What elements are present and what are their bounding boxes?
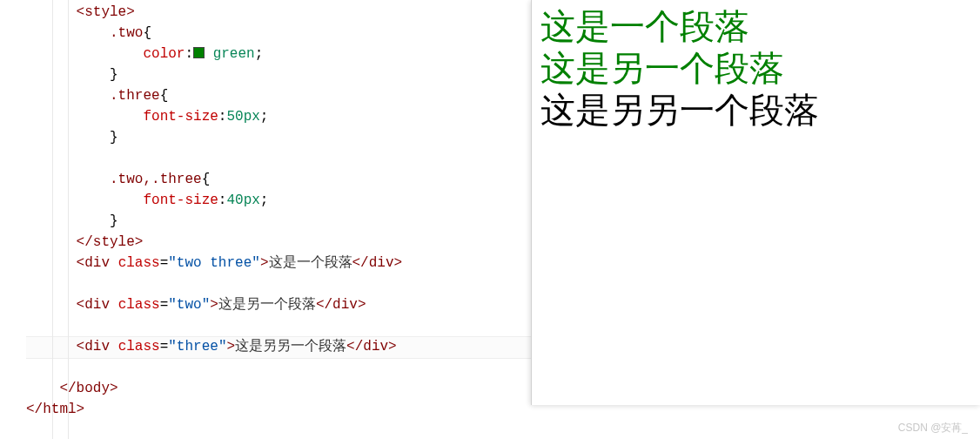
code-line[interactable] bbox=[26, 148, 531, 169]
preview-paragraph-1: 这是一个段落 bbox=[540, 5, 973, 47]
preview-paragraph-2: 这是另一个段落 bbox=[540, 47, 973, 89]
code-line[interactable]: </body> bbox=[26, 378, 531, 399]
code-line[interactable]: } bbox=[26, 64, 531, 85]
code-line[interactable] bbox=[26, 274, 531, 294]
code-line[interactable] bbox=[26, 357, 531, 378]
code-line[interactable]: <div class="two">这是另一个段落</div> bbox=[26, 294, 531, 315]
code-line[interactable]: } bbox=[26, 211, 531, 232]
code-line[interactable]: color: green; bbox=[26, 44, 531, 64]
code-line[interactable]: </html> bbox=[26, 399, 531, 420]
code-line-highlighted[interactable]: <div class="three">这是另另一个段落</div> bbox=[26, 336, 531, 357]
code-line[interactable]: <div class="two three">这是一个段落</div> bbox=[26, 253, 531, 274]
code-line[interactable]: <style> bbox=[26, 2, 531, 23]
code-line[interactable]: .two{ bbox=[26, 23, 531, 44]
code-line[interactable]: } bbox=[26, 127, 531, 148]
color-swatch-icon bbox=[193, 47, 205, 58]
code-editor-pane: <style> .two{ color: green; } .three{ fo… bbox=[0, 0, 531, 439]
code-line[interactable]: font-size:50px; bbox=[26, 106, 531, 127]
code-line[interactable]: font-size:40px; bbox=[26, 190, 531, 211]
code-line[interactable]: .three{ bbox=[26, 85, 531, 106]
code-line[interactable]: </style> bbox=[26, 232, 531, 253]
code-line[interactable] bbox=[26, 315, 531, 336]
code-line[interactable]: .two,.three{ bbox=[26, 169, 531, 190]
watermark-text: CSDN @安苒_ bbox=[898, 421, 968, 436]
browser-preview-pane: 这是一个段落 这是另一个段落 这是另另一个段落 bbox=[531, 0, 980, 405]
preview-paragraph-3: 这是另另一个段落 bbox=[540, 89, 973, 131]
